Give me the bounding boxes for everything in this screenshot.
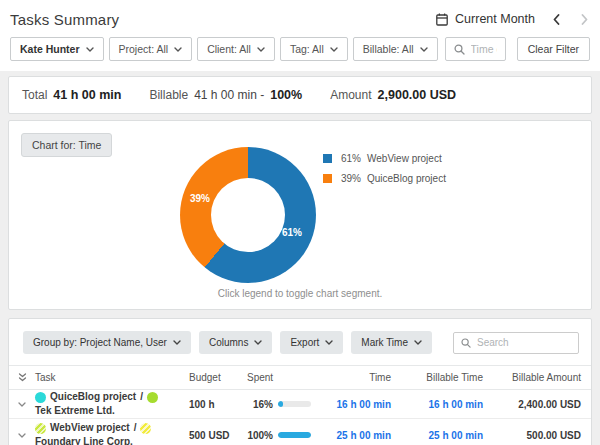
total-label: Total [22, 88, 47, 102]
client-color-dot [140, 423, 151, 434]
budget-cell: 500 USD [189, 430, 247, 441]
project-filter-dropdown[interactable]: Project: All [109, 37, 193, 61]
client-name[interactable]: Tek Extreme Ltd. [35, 405, 115, 418]
search-icon [461, 338, 471, 348]
collapse-all-icon[interactable] [9, 373, 35, 382]
legend-swatch-orange [323, 174, 332, 183]
tag-filter-dropdown[interactable]: Tag: All [280, 37, 348, 61]
caret-down-icon [173, 340, 181, 345]
billable-amount-cell: 500.00 USD [487, 430, 591, 441]
period-label[interactable]: Current Month [455, 12, 535, 26]
billable-time-link[interactable]: 16 h 00 min [395, 399, 487, 410]
group-by-label: Group by: Project Name, User [33, 337, 167, 348]
time-link[interactable]: 16 h 00 min [317, 399, 395, 410]
tag-filter-label: Tag: All [290, 43, 324, 55]
grid-search-input[interactable] [477, 337, 571, 348]
col-header-time[interactable]: Time [317, 372, 395, 383]
amount-label: Amount [330, 88, 371, 102]
export-label: Export [290, 337, 319, 348]
donut-chart[interactable]: 61% 39% [180, 147, 316, 283]
total-value: 41 h 00 min [53, 88, 121, 102]
top-header: Tasks Summary Current Month Ka [0, 0, 600, 71]
spent-cell: 16% [247, 399, 317, 410]
description-search [445, 37, 506, 61]
donut-hole [211, 178, 285, 252]
task-separator: / [134, 422, 137, 435]
project-name[interactable]: WebView project [50, 422, 130, 435]
col-header-task[interactable]: Task [35, 372, 189, 383]
chart-hint: Click legend to toggle chart segment. [9, 288, 591, 299]
task-cell: WebView project / Foundary Line Corp. [35, 422, 189, 445]
billable-value: 41 h 00 min - [194, 88, 264, 102]
user-filter-label: Kate Hunter [20, 43, 80, 55]
project-color-dot [35, 392, 46, 403]
caret-down-icon [414, 340, 422, 345]
export-dropdown[interactable]: Export [280, 331, 343, 354]
spent-percent: 16% [247, 399, 273, 410]
app-root: Tasks Summary Current Month Ka [0, 0, 600, 445]
legend-swatch-blue [323, 154, 332, 163]
caret-down-icon [330, 47, 338, 52]
tasks-grid-panel: Group by: Project Name, User Columns Exp… [8, 318, 592, 445]
expand-row-icon[interactable] [9, 433, 35, 438]
spent-percent: 100% [247, 430, 273, 441]
chevron-right-icon[interactable] [578, 13, 590, 25]
client-filter-label: Client: All [207, 43, 251, 55]
caret-down-icon [420, 47, 428, 52]
grid-search [453, 332, 579, 354]
columns-label: Columns [209, 337, 248, 348]
client-name[interactable]: Foundary Line Corp. [35, 436, 133, 445]
billable-time-link[interactable]: 25 h 00 min [395, 430, 487, 441]
task-separator: / [140, 391, 143, 404]
summary-panel: Total 41 h 00 min Billable 41 h 00 min -… [8, 76, 592, 114]
legend-item-quiceblog[interactable]: 39% QuiceBlog project [323, 173, 446, 184]
chevron-left-icon[interactable] [550, 13, 562, 25]
chart-legend: 61% WebView project 39% QuiceBlog projec… [323, 153, 446, 184]
description-search-input[interactable] [471, 43, 497, 55]
legend-pct: 39% [341, 173, 367, 184]
billable-amount-cell: 2,400.00 USD [487, 399, 591, 410]
clear-filter-button[interactable]: Clear Filter [517, 37, 590, 61]
group-by-dropdown[interactable]: Group by: Project Name, User [23, 331, 191, 354]
grid-toolbar: Group by: Project Name, User Columns Exp… [9, 319, 591, 365]
col-header-billable-amount[interactable]: Billable Amount [487, 372, 591, 383]
caret-down-icon [86, 47, 94, 52]
spent-progress-fill [278, 432, 311, 438]
time-link[interactable]: 25 h 00 min [317, 430, 395, 441]
spent-cell: 100% [247, 430, 317, 441]
mark-time-dropdown[interactable]: Mark Time [351, 331, 432, 354]
legend-label: QuiceBlog project [367, 173, 446, 184]
project-filter-label: Project: All [119, 43, 169, 55]
legend-pct: 61% [341, 153, 367, 164]
legend-item-webview[interactable]: 61% WebView project [323, 153, 446, 164]
spent-progress-bar [278, 432, 311, 438]
search-icon [454, 44, 465, 55]
table-row[interactable]: QuiceBlog project / Tek Extreme Ltd. 100… [9, 390, 591, 419]
budget-cell: 100 h [189, 399, 247, 410]
table-row[interactable]: WebView project / Foundary Line Corp. 50… [9, 419, 591, 445]
task-cell: QuiceBlog project / Tek Extreme Ltd. [35, 391, 189, 417]
col-header-billable-time[interactable]: Billable Time [395, 372, 487, 383]
caret-down-icon [174, 47, 182, 52]
project-color-dot [35, 423, 46, 434]
client-filter-dropdown[interactable]: Client: All [197, 37, 275, 61]
billable-label: Billable [149, 88, 188, 102]
chart-panel: Chart for: Time 61% 39% 61% WebView proj… [8, 120, 592, 310]
client-color-dot [147, 392, 158, 403]
col-header-budget[interactable]: Budget [189, 372, 247, 383]
amount-value: 2,900.00 USD [378, 88, 457, 102]
col-header-spent[interactable]: Spent [247, 372, 317, 383]
chart-for-button[interactable]: Chart for: Time [21, 133, 112, 157]
table-header: Task Budget Spent Time Billable Time Bil… [9, 365, 591, 390]
columns-dropdown[interactable]: Columns [199, 331, 272, 354]
caret-down-icon [325, 340, 333, 345]
page-title: Tasks Summary [10, 11, 119, 28]
mark-time-label: Mark Time [361, 337, 408, 348]
expand-row-icon[interactable] [9, 402, 35, 407]
filter-bar: Kate Hunter Project: All Client: All Tag… [10, 37, 590, 61]
billable-filter-dropdown[interactable]: Billable: All [353, 37, 438, 61]
calendar-icon [436, 13, 448, 26]
user-filter-dropdown[interactable]: Kate Hunter [10, 37, 104, 61]
legend-label: WebView project [367, 153, 442, 164]
project-name[interactable]: QuiceBlog project [50, 391, 136, 404]
